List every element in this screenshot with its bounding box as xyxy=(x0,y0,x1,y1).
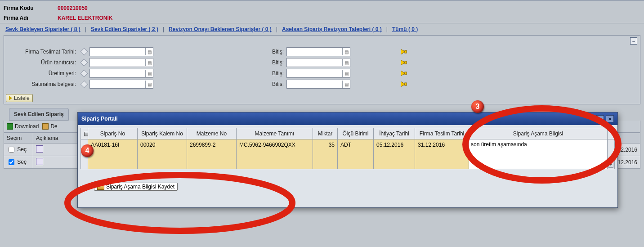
grid-scroll-header xyxy=(608,128,615,139)
urun-from-input[interactable]: ▤ xyxy=(89,58,153,67)
row-checkbox[interactable] xyxy=(9,147,14,153)
dialog-titlebar[interactable]: Sipariş Portali ▭ ✕ xyxy=(78,112,617,125)
satinalma-from-input[interactable]: ▤ xyxy=(89,80,153,89)
svg-rect-5 xyxy=(405,72,407,75)
document-icon[interactable] xyxy=(36,158,43,165)
col-firma-teslim-tarihi[interactable]: Firma Teslim Tarihi xyxy=(415,128,469,139)
f4-help-icon[interactable]: ▤ xyxy=(145,81,153,88)
diamond-icon xyxy=(80,59,88,67)
grid-header-row: ▤ Sipariş No Sipariş Kalem No Malzeme No… xyxy=(81,128,615,139)
col-malzeme-no[interactable]: Malzeme No xyxy=(187,128,237,139)
filter-label-urun: Ürün tanıtıcısı: xyxy=(9,59,79,66)
f4-help-icon[interactable]: ▤ xyxy=(145,48,153,55)
urun-to-input[interactable]: ▤ xyxy=(286,58,350,67)
cell-siparis-kalem-no: 00020 xyxy=(138,139,187,169)
teslimat-from-input[interactable]: ▤ xyxy=(89,47,153,56)
col-siparis-no[interactable]: Sipariş No xyxy=(88,128,138,139)
diamond-icon xyxy=(80,48,88,56)
filter-label-teslimat: Firma Teslimat Tarihi: xyxy=(9,49,79,55)
filter-label-satinalma: Satınalma belgesi: xyxy=(9,81,79,87)
col-siparis-kalem-no[interactable]: Sipariş Kalem No xyxy=(138,128,187,139)
dialog-title: Sipariş Portali xyxy=(81,116,118,122)
tab-revizyon-onayi[interactable]: Revizyon Onayı Beklenen Siparişler ( 0 ) xyxy=(169,26,272,32)
filter-label-bitis: Bitiş: xyxy=(257,49,286,55)
f4-help-icon[interactable]: ▤ xyxy=(342,70,350,77)
f4-help-icon[interactable]: ▤ xyxy=(145,70,153,77)
cell-asama-input[interactable] xyxy=(469,139,608,169)
cell-ihtiyac-tarihi: 05.12.2016 xyxy=(374,139,415,169)
filter-panel: – Firma Teslimat Tarihi: ▤ Bitiş: ▤ Ürün… xyxy=(4,35,640,104)
col-miktar[interactable]: Miktar xyxy=(313,128,338,139)
multi-select-icon[interactable] xyxy=(400,58,408,67)
document-icon[interactable] xyxy=(36,145,43,153)
svg-rect-7 xyxy=(405,83,407,85)
col-aciklama: Açıklama xyxy=(33,133,85,144)
download-icon xyxy=(7,123,13,130)
filter-label-uretim: Üretim yeri: xyxy=(9,70,79,76)
firma-adi-value: KAREL ELEKTRONİK xyxy=(58,15,112,21)
grid-row[interactable]: AA0181-16I 00020 2699899-2 MC.5962-94669… xyxy=(81,139,615,169)
uretim-from-input[interactable]: ▤ xyxy=(89,69,153,78)
play-icon xyxy=(9,96,12,100)
bg-tab-title[interactable]: Sevk Edilen Sipariş xyxy=(9,108,69,121)
col-ihtiyac-tarihi[interactable]: İhtiyaç Tarihi xyxy=(374,128,415,139)
siparis-portali-dialog: Sipariş Portali ▭ ✕ ▤ Sipariş No Sipariş… xyxy=(77,112,618,208)
tab-aselsan-revizyon[interactable]: Aselsan Sipariş Revizyon Talepleri ( 0 ) xyxy=(282,26,382,32)
save-asama-button[interactable]: Sipariş Aşama Bilgisi Kaydet xyxy=(94,183,178,191)
save-icon xyxy=(97,184,104,190)
filter-label-bitis: Bitis: xyxy=(257,81,286,87)
firma-kodu-label: Firma Kodu xyxy=(4,5,58,11)
listele-button[interactable]: Listele xyxy=(6,94,33,102)
detail-icon xyxy=(42,123,49,130)
uretim-to-input[interactable]: ▤ xyxy=(286,69,350,78)
cell-malzeme-no: 2699899-2 xyxy=(187,139,237,169)
diamond-icon xyxy=(80,70,88,77)
f4-help-icon[interactable]: ▤ xyxy=(342,48,350,55)
cell-firma-teslim-tarihi: 31.12.2016 xyxy=(415,139,469,169)
dialog-restore-button[interactable]: ▭ xyxy=(596,115,604,122)
tab-sevk-edilen[interactable]: Sevk Edilen Siparişler ( 2 ) xyxy=(91,26,158,32)
cell-olcu-birimi: ADT xyxy=(338,139,374,169)
row-checkbox[interactable] xyxy=(9,159,14,165)
tab-sevk-bekleyen[interactable]: Sevk Bekleyen Siparişler ( 8 ) xyxy=(5,26,80,32)
scroll-down-icon[interactable] xyxy=(608,162,613,168)
dialog-close-button[interactable]: ✕ xyxy=(606,115,614,122)
col-siparis-asama-bilgisi[interactable]: Sipariş Aşama Bilgisi xyxy=(469,128,608,139)
cell-miktar: 35 xyxy=(313,139,338,169)
filter-label-bitis: Bitiş: xyxy=(257,70,286,76)
order-tabs: Sevk Bekleyen Siparişler ( 8 )| Sevk Edi… xyxy=(0,23,644,35)
firma-kodu-value: 0000210050 xyxy=(58,5,88,11)
cell-siparis-no: AA0181-16I xyxy=(88,139,138,169)
asama-textarea[interactable] xyxy=(469,139,607,167)
detail-button[interactable]: De xyxy=(42,123,57,130)
svg-rect-3 xyxy=(405,61,407,64)
col-malzeme-tanimi[interactable]: Malzeme Tanımı xyxy=(237,128,313,139)
callout-badge-4: 4 xyxy=(81,144,94,157)
teslimat-to-input[interactable]: ▤ xyxy=(286,47,350,56)
firma-adi-label: Firma Adı xyxy=(4,15,58,21)
f4-help-icon[interactable]: ▤ xyxy=(145,59,153,66)
diamond-icon xyxy=(80,81,88,88)
row-selector-header[interactable]: ▤ xyxy=(81,128,88,139)
multi-select-icon[interactable] xyxy=(400,48,408,56)
multi-select-icon[interactable] xyxy=(400,80,408,88)
f4-help-icon[interactable]: ▤ xyxy=(342,81,350,88)
company-header: Firma Kodu 0000210050 Firma Adı KAREL EL… xyxy=(0,0,644,23)
order-grid: ▤ Sipariş No Sipariş Kalem No Malzeme No… xyxy=(80,128,615,169)
col-secim: Seçim xyxy=(4,133,33,144)
callout-badge-3: 3 xyxy=(471,100,484,113)
col-olcu-birimi[interactable]: Ölçü Birimi xyxy=(338,128,374,139)
satinalma-to-input[interactable]: ▤ xyxy=(286,80,350,89)
cell-malzeme-tanimi: MC.5962-9466902QXX xyxy=(237,139,313,169)
svg-rect-1 xyxy=(405,50,407,53)
download-button[interactable]: Download xyxy=(7,123,39,130)
panel-collapse-button[interactable]: – xyxy=(630,37,637,45)
f4-help-icon[interactable]: ▤ xyxy=(342,59,350,66)
grid-vscroll[interactable] xyxy=(608,139,615,169)
multi-select-icon[interactable] xyxy=(400,69,408,77)
tab-tumu[interactable]: Tümü ( 0 ) xyxy=(392,26,418,32)
filter-label-bitis: Bitiş: xyxy=(257,59,286,66)
